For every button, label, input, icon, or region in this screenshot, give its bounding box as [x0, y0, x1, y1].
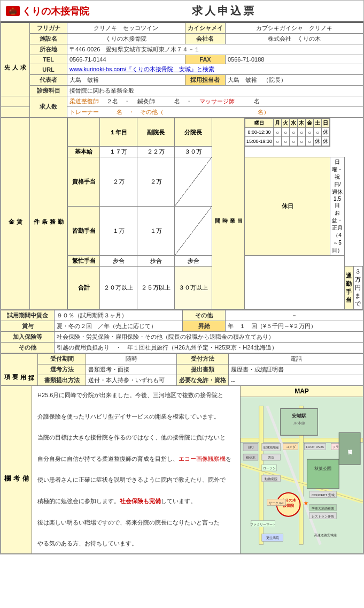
- svg-text:ローソン: ローソン: [263, 467, 276, 470]
- furigana-value: クリノキ セッコツイン: [67, 23, 185, 34]
- t2-sat: 休: [314, 137, 322, 146]
- furigana-label: フリガナ: [30, 23, 67, 34]
- hoken-highlight: 社会保険も完備: [120, 498, 161, 504]
- hanbo-y1: 歩合: [100, 256, 137, 267]
- col-bun: 分院長: [175, 118, 212, 147]
- svg-text:更生病院: 更生病院: [266, 536, 279, 539]
- uketsuke-label: 受付期間: [38, 354, 86, 364]
- main-content-table: 求人先 フリガナ クリノキ セッコツイン カイシャメイ カブシキガイシャ クリノ…: [1, 22, 363, 310]
- map-title: MAP: [241, 386, 363, 397]
- tel-row: TEL 0566-71-0144 FAX 0566-71-0188: [1, 55, 363, 64]
- time-row1: 8:00-12:30 ○ ○ ○ ○ ○ ○ 休: [245, 128, 330, 137]
- url-label: URL: [30, 64, 67, 75]
- fax-label: FAX: [185, 55, 225, 64]
- echo-text: エコー画像観察機: [179, 455, 226, 462]
- t1-sat: ○: [314, 128, 322, 137]
- shinryo-row: 診療科目 接骨院に関わる業務全般: [1, 86, 363, 96]
- youbi-header: 曜日: [245, 119, 274, 128]
- t2-wed: ○: [290, 137, 298, 146]
- kaikin-y1: １万: [100, 207, 137, 256]
- kaisya-furigana-label: カイシャメイ: [185, 23, 225, 34]
- svg-text:積信本: 積信本: [246, 456, 255, 459]
- kyuyo-label: 昇給: [183, 321, 226, 332]
- tanto-label: 採用担当者: [185, 75, 225, 86]
- shorui-value: 送付・本人持参・いずれも可: [86, 375, 177, 386]
- hoken-value: 社会保険・労災保険・雇用保険・その他（院長の役職から退職金の積み立てあり）: [55, 332, 363, 343]
- kaikin-bun: [175, 207, 212, 256]
- teishutsu-label: 提出書類: [177, 364, 229, 375]
- logo-icon: 🌰: [6, 6, 20, 16]
- hoken-label: 加入保険等: [1, 332, 55, 343]
- shoyo-label: 賞与: [1, 321, 55, 332]
- svg-text:JR本線: JR本線: [293, 421, 305, 425]
- time-header-row: 曜日 月 火 水 木 金 土 日: [245, 119, 330, 128]
- shoyo-row: 賞与 夏・冬の２回 ／年（売上に応じて） 昇給 年 １ 回（¥５千円～¥２万円）: [1, 321, 363, 332]
- kihonkyu-fuku: ２２万: [137, 147, 175, 157]
- gokei-fuku: ２５万以上: [137, 267, 175, 309]
- svg-text:学童大池幼稚園: 学童大池幼稚園: [312, 506, 334, 510]
- sonota-value: 引越の費用負担あり ・ 年１回社員旅行（H26九州予定・H25東京・H24北海道…: [55, 343, 363, 353]
- trial-table: 試用期間中賃金 ９０％（試用期間３ヶ月） その他 － 賞与 夏・冬の２回 ／年（…: [1, 310, 363, 353]
- svg-text:レストラン伴馬: レストラン伴馬: [312, 515, 334, 518]
- svg-text:★: ★: [303, 499, 309, 507]
- kyujin-massage: マッサージ師: [199, 98, 235, 104]
- logo-area: 🌰 くりの木接骨院: [6, 5, 89, 18]
- t2-sun: 休: [322, 137, 330, 146]
- t1-thu: ○: [298, 128, 306, 137]
- map-image: 安城駅 JR本線 秋葉公園 UFJ 安城地場産 積信本 西店: [241, 397, 363, 553]
- kyujin-judo: 柔道整復師: [69, 98, 99, 104]
- svg-text:FOOT PARK: FOOT PARK: [306, 445, 324, 449]
- url-row: URL www.kurinoki-bs.com/『くりの木接骨院 安城』と検索: [1, 64, 363, 75]
- t2-mon: ○: [274, 137, 282, 146]
- sentaku-label: 選考方法: [38, 364, 86, 375]
- saiyou-section-label: 採用要項: [1, 354, 38, 386]
- gokei-y1: ２０万以上: [100, 267, 137, 309]
- url-link[interactable]: www.kurinoki-bs.com/『くりの木接骨院 安城』と検索: [69, 66, 214, 72]
- t1-wed: ○: [290, 128, 298, 137]
- uketsuke-value: 随時: [86, 354, 177, 364]
- time2-label: 15:00-19:30: [245, 137, 274, 146]
- sat-header: 土: [314, 119, 322, 128]
- svg-text:コメダ: コメダ: [286, 445, 296, 449]
- t2-thu: ○: [298, 137, 306, 146]
- svg-text:秋葉公園: 秋葉公園: [314, 466, 331, 471]
- trial-value: ９０％（試用期間３ヶ月）: [55, 310, 183, 321]
- svg-text:西店: 西店: [268, 455, 274, 459]
- page: 🌰 くりの木接骨院 求人申込票 求人先 フリガナ クリノキ セッコツイン カイシ…: [0, 0, 364, 554]
- hanbo-fuku: 歩合: [137, 256, 175, 267]
- kyujin-shinkyu: 鍼灸師: [137, 98, 155, 104]
- biko-section: 備考欄 H25.6月に同峰で分院が出来ました。今後、三河地区で複数の接骨院と 介…: [1, 386, 363, 554]
- sonota-row: その他 引越の費用負担あり ・ 年１回社員旅行（H26九州予定・H25東京・H2…: [1, 343, 363, 353]
- salary-cols-header: １年目 副院長 分院長 当業時間 曜日 月 火 水 木: [68, 118, 363, 147]
- svg-rect-10: [307, 459, 339, 489]
- saiyou-header-row: 採用要項 受付期間 随時 受付方法 電話: [1, 354, 363, 364]
- svg-text:安城駅: 安城駅: [291, 413, 307, 419]
- col-empty: [68, 118, 100, 147]
- logo-text: くりの木接骨院: [22, 5, 89, 18]
- t1-tue: ○: [282, 128, 290, 137]
- kihonkyu-bun: ３０万: [175, 147, 212, 157]
- kyujin-line2: トレーナー 名 ・ その他（ 名）: [67, 107, 363, 118]
- shikaku-y1: ２万: [100, 157, 137, 207]
- address-value: 〒446-0026 愛知県安城市安城町東ノ木７４－１: [67, 44, 363, 55]
- col-fuku: 副院長: [137, 118, 175, 147]
- kyujin-row: 求人数 柔道整復師 ２名 ・ 鍼灸師 名 ・ マッサージ師 名: [1, 96, 363, 107]
- gokei-label: 合計: [68, 267, 100, 309]
- kinmu-label: 勤務条件: [30, 118, 67, 310]
- t2-fri: ○: [306, 137, 314, 146]
- col-y1: １年目: [100, 118, 137, 147]
- header: 🌰 くりの木接骨院 求人申込票: [1, 1, 363, 22]
- address-row: 所在地 〒446-0026 愛知県安城市安城町東ノ木７４－１: [1, 44, 363, 55]
- kyujinsaki-label: 求人先: [1, 23, 30, 96]
- shinryo-label: 診療科目: [30, 86, 67, 96]
- trial-row: 試用期間中賃金 ９０％（試用期間３ヶ月） その他 －: [1, 310, 363, 321]
- sentaku-row: 選考方法 書類選考・面接 提出書類 履歴書・成績証明書: [1, 364, 363, 375]
- fri-header: 金: [306, 119, 314, 128]
- kyujin-label: 求人数: [30, 96, 67, 118]
- gokei-bun: ３０万以上: [175, 267, 212, 309]
- time1-label: 8:00-12:30: [245, 128, 274, 137]
- hanbo-bun: 歩合: [175, 256, 212, 267]
- tel-label: TEL: [30, 55, 67, 64]
- time-table-cell: 曜日 月 火 水 木 金 土 日 8:00-: [245, 118, 330, 147]
- company-value: 株式会社 くりの木: [225, 34, 363, 44]
